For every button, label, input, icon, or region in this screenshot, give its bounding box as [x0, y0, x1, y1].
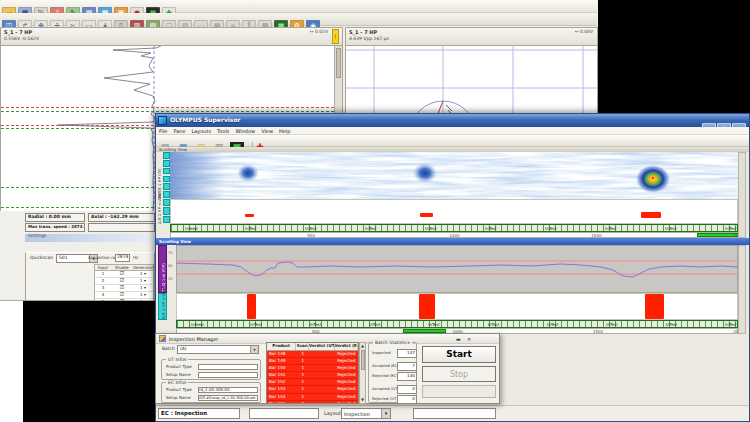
generator-cell[interactable]: 1 ▾: [133, 271, 153, 277]
stat-value: 147: [397, 349, 417, 358]
table-row[interactable]: Bar 1481Rejected: [267, 351, 358, 358]
generator-cell[interactable]: 1 ▾: [133, 292, 153, 298]
verdict-ut-cell: [309, 379, 334, 385]
menu-layouts[interactable]: Layouts: [188, 128, 214, 134]
column-header[interactable]: Verdict (EC): [335, 343, 358, 350]
close-icon[interactable]: ✕: [467, 336, 471, 342]
channel-segment[interactable]: [163, 160, 170, 167]
column-header: Generator: [133, 265, 153, 270]
table-row[interactable]: Bar 1531Rejected: [267, 386, 358, 393]
ut-setup-name-input[interactable]: [198, 372, 258, 378]
toolbar-row-1: ▱▦%♪✎▤▦▣●■✚: [1, 0, 597, 13]
ut-product-type-label: Product Type: [166, 365, 192, 369]
ut-product-type-input[interactable]: [198, 364, 258, 370]
menu-view[interactable]: View: [258, 128, 276, 134]
channel-segment[interactable]: [163, 191, 170, 198]
input-cell: 3: [95, 285, 111, 291]
zone-label: Infeed: [191, 322, 204, 327]
channel-segment[interactable]: [163, 176, 170, 183]
verdict-ec-cell: Rejected: [335, 386, 358, 392]
verdict-ut-cell: [309, 401, 334, 404]
generator-cell[interactable]: 1 ▾: [133, 278, 153, 284]
column-header[interactable]: Scan: [296, 343, 309, 350]
supervisor-titlebar[interactable]: OLYMPUS Supervisor ▁▢✕: [156, 114, 749, 127]
menu-window[interactable]: Window: [232, 128, 258, 134]
table-row[interactable]: Bar 1511Rejected: [267, 372, 358, 379]
scroll-up-icon[interactable]: ▲: [360, 343, 365, 349]
menu-tools[interactable]: Tools: [214, 128, 232, 134]
stop-button[interactable]: Stop: [422, 366, 496, 382]
zone-label: InTest: [425, 226, 437, 231]
verdict-ut-cell: [309, 365, 334, 371]
product-cell: Bar 155: [267, 401, 296, 404]
chevron-down-icon[interactable]: ▾: [250, 346, 258, 353]
zone-label: InTest: [369, 322, 381, 327]
channel-segment[interactable]: [163, 216, 170, 223]
verdict-ut-cell: [309, 351, 334, 357]
scroll-down-icon[interactable]: ▼: [360, 397, 365, 403]
view1-lower-channel-strip[interactable]: [163, 199, 170, 224]
input-table: InputEnableGenerator1☑1 ▾2☑1 ▾3☑1 ▾4☑1 ▾…: [94, 264, 154, 301]
view2-vscrollbar[interactable]: [738, 245, 746, 334]
table-row[interactable]: Bar 1491Rejected: [267, 358, 358, 365]
axis-tick-label: 50: [168, 264, 172, 268]
scan-cell: 1: [296, 386, 309, 392]
channel-segment[interactable]: [163, 183, 170, 190]
table-row[interactable]: Bar 1521Rejected: [267, 379, 358, 386]
zone-label: InTest: [250, 322, 262, 327]
zone-label: InTest: [485, 226, 497, 231]
channel-segment[interactable]: [163, 199, 170, 206]
column-header[interactable]: Verdict (UT): [309, 343, 334, 350]
stat-label: Rejected (UT): [372, 396, 398, 401]
mode-status: EC : Inspection: [158, 408, 240, 419]
channel-segment[interactable]: [163, 168, 170, 175]
minimize-icon[interactable]: ▬: [456, 336, 461, 342]
chevron-down-icon[interactable]: ▾: [381, 409, 390, 418]
ec-setup-name-input[interactable]: IQS 4Group_rd_1.00-300.00.set: [198, 395, 258, 401]
scroll-thumb[interactable]: [336, 48, 341, 78]
channel-segment[interactable]: [163, 207, 170, 214]
red-gate-line: [1, 107, 334, 108]
product-cell: Bar 149: [267, 358, 296, 364]
product-cell: Bar 151: [267, 372, 296, 378]
table-row[interactable]: Bar 1541Rejected: [267, 394, 358, 401]
layout-select[interactable]: Inspection ▾: [341, 408, 391, 419]
reject-mark: [420, 213, 433, 217]
ec-product-type-input[interactable]: rd_1.00-300.00: [198, 387, 258, 393]
column-header[interactable]: Product: [267, 343, 296, 350]
axis-tick-label: 25: [168, 277, 172, 281]
blank-button[interactable]: [422, 385, 496, 398]
stat-label: Accepted (EC): [372, 363, 399, 368]
verdict-ec-cell: Rejected: [335, 351, 358, 357]
dialog-title: Inspection Manager: [169, 336, 218, 342]
settings-body: Quickscan 501 ▾ Acquisition rate 2874 Hz…: [25, 252, 155, 301]
acq-rate-input[interactable]: 2874: [115, 254, 130, 262]
menu-pane[interactable]: Pane: [170, 128, 188, 134]
view2-labelbar[interactable]: Scrolling View: [156, 238, 749, 245]
table-row[interactable]: 4☑1 ▾: [95, 292, 153, 299]
scan-cell: 1: [296, 379, 309, 385]
table-row[interactable]: 3☑1 ▾: [95, 285, 153, 292]
input-cell: 4: [95, 292, 111, 298]
view2-stripchart[interactable]: [176, 245, 738, 293]
channel-segment[interactable]: [163, 152, 170, 159]
table-row[interactable]: Bar 1551Rejected: [267, 401, 358, 404]
table-row[interactable]: 2☑1 ▾: [95, 278, 153, 285]
view1-verdict-strip: [170, 199, 738, 224]
menu-file[interactable]: File: [156, 128, 170, 134]
table-row[interactable]: Bar 1501Rejected: [267, 365, 358, 372]
results-table-scrollbar[interactable]: ▲ ▼: [359, 342, 366, 404]
zone-label: InTest: [666, 322, 678, 327]
reject-mark: [641, 212, 661, 218]
view1-vscrollbar[interactable]: [738, 152, 746, 238]
view1-channel-strip[interactable]: [163, 152, 170, 199]
menu-help[interactable]: Help: [276, 128, 293, 134]
zone-label: InTest: [545, 226, 557, 231]
table-row[interactable]: 1☑1 ▾: [95, 271, 153, 278]
scroll-thumb[interactable]: [361, 350, 365, 370]
batch-select[interactable]: (A) ▾: [177, 345, 259, 354]
start-button[interactable]: Start: [422, 346, 496, 363]
generator-cell[interactable]: 1 ▾: [133, 285, 153, 291]
verdict-ec-cell: Rejected: [335, 394, 358, 400]
view1-heatmap[interactable]: [170, 152, 738, 199]
